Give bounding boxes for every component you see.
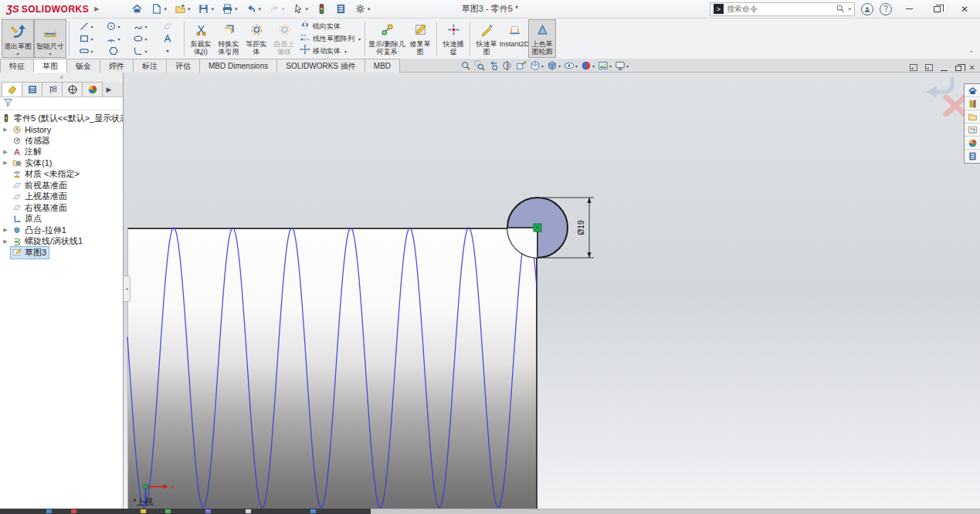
help-icon[interactable]: ? xyxy=(880,3,892,15)
tab-1[interactable]: 特征 xyxy=(0,59,34,73)
exit-sketch-button[interactable]: 退出草图 ▾ xyxy=(2,19,34,58)
mirror-entities-button[interactable]: 镜向实体 xyxy=(300,21,361,32)
expand-arrow-icon[interactable]: ▶ xyxy=(0,149,11,155)
panel-tab-feature-manager[interactable] xyxy=(2,82,22,96)
tab-9[interactable]: MBD xyxy=(365,59,400,73)
tree-item[interactable]: ▶凸台-拉伸1 xyxy=(0,225,123,236)
menu-expand-arrow-icon[interactable]: ▶ xyxy=(94,5,99,12)
expand-arrow-icon[interactable]: ▶ xyxy=(0,127,11,133)
tree-item[interactable]: 前视基准面 xyxy=(0,180,123,191)
apply-scene-icon[interactable]: ▾ xyxy=(598,60,612,71)
tree-item[interactable]: ▶实体(1) xyxy=(0,157,123,169)
edit-appearance-icon[interactable]: ▾ xyxy=(581,60,595,71)
view-settings-icon[interactable]: ▾ xyxy=(615,60,629,71)
repair-sketch-button[interactable]: 修复草图 xyxy=(406,19,434,58)
tab-4[interactable]: 焊件 xyxy=(100,59,134,73)
tree-item[interactable]: 原点 xyxy=(0,214,123,225)
tree-item[interactable]: 右视基准面 xyxy=(0,202,123,214)
undo-icon[interactable]: ▾ xyxy=(242,2,265,16)
tab-7[interactable]: MBD Dimensions xyxy=(199,59,277,73)
tree-item[interactable]: ▶注解 xyxy=(0,147,123,158)
tab-6[interactable]: 评估 xyxy=(166,59,200,73)
taskpane-tab-custom-properties[interactable] xyxy=(965,150,980,163)
panel-splitter[interactable] xyxy=(0,73,123,82)
rapid-sketch-button[interactable]: 快速草图 xyxy=(473,19,500,58)
taskpane-tab-solidworks-resources[interactable] xyxy=(965,84,980,97)
options-icon[interactable]: ▾ xyxy=(351,2,374,16)
tree-filter[interactable] xyxy=(0,97,123,110)
linear-pattern-button[interactable]: 线性草图阵列 ▾ xyxy=(300,33,361,45)
panel-tabs-overflow-icon[interactable]: ▶ xyxy=(102,82,116,96)
doc-window-icon[interactable] xyxy=(925,64,933,71)
print-icon[interactable]: ▾ xyxy=(219,2,241,16)
convert-entities-button[interactable]: 转换实体引用 ▾ xyxy=(215,19,242,58)
line-tool-icon[interactable]: ▾ xyxy=(73,20,100,32)
zoom-area-icon[interactable] xyxy=(474,60,485,71)
taskpane-tab-design-library[interactable] xyxy=(965,97,980,110)
smart-dimension-button[interactable]: 智能尺寸 ▾ xyxy=(34,19,66,58)
tree-item[interactable]: 材质 <未指定> xyxy=(0,169,123,181)
slot-tool-icon[interactable]: ▾ xyxy=(73,45,100,57)
rebuild-icon[interactable] xyxy=(313,2,331,16)
display-style-icon[interactable]: ▾ xyxy=(547,60,561,71)
command-search[interactable]: > ▾ xyxy=(710,2,855,16)
offset-entities-button[interactable]: 等距实体 xyxy=(242,19,270,58)
restore-button[interactable] xyxy=(926,2,948,17)
close-button[interactable]: ✕ xyxy=(954,2,975,17)
panel-tab-dimxpert-manager[interactable] xyxy=(62,82,83,96)
section-view-icon[interactable] xyxy=(502,60,513,71)
tree-item[interactable]: ▶螺旋线/涡状线1 xyxy=(0,236,123,248)
quick-snaps-button[interactable]: 快速捕捉 ▾ xyxy=(439,19,467,58)
ellipse-tool-icon[interactable]: ▾ xyxy=(127,32,154,45)
confirm-exit-sketch-icon[interactable] xyxy=(926,77,952,98)
doc-window-icon[interactable] xyxy=(910,64,917,71)
search-input[interactable] xyxy=(727,5,832,13)
minimize-button[interactable] xyxy=(898,2,920,17)
trim-entities-button[interactable]: 剪裁实体(I) ▾ xyxy=(187,19,215,58)
previous-view-icon[interactable] xyxy=(488,60,499,71)
circle-tool-icon[interactable]: ▾ xyxy=(100,20,127,32)
ribbon-collapse-icon[interactable]: ⌃ xyxy=(968,50,974,57)
expand-arrow-icon[interactable]: ▶ xyxy=(0,238,11,245)
tab-3[interactable]: 钣金 xyxy=(66,59,100,73)
select-icon[interactable]: ▾ xyxy=(290,2,312,16)
search-icon[interactable] xyxy=(836,2,845,16)
tab-5[interactable]: 标注 xyxy=(133,59,167,73)
text-tool-icon[interactable] xyxy=(154,32,181,45)
user-account-icon[interactable] xyxy=(861,3,873,15)
tab-2[interactable]: 草图 xyxy=(33,59,67,73)
panel-tab-property-manager[interactable] xyxy=(22,82,42,96)
save-icon[interactable]: ▾ xyxy=(195,2,217,16)
dynamic-annotation-icon[interactable] xyxy=(516,60,527,71)
panel-tab-display-manager[interactable] xyxy=(82,82,103,96)
view-orientation-icon[interactable]: ▾ xyxy=(530,60,544,71)
move-entities-button[interactable]: 移动实体 ▾ xyxy=(300,46,361,57)
task-list-icon[interactable] xyxy=(332,2,350,16)
tree-root-item[interactable]: 零件5 (默认<<默认>_显示状态 1>) xyxy=(0,113,123,124)
graphics-viewport[interactable]: Ø19 x *上视 xyxy=(124,73,980,509)
home-icon[interactable] xyxy=(128,2,146,16)
tab-8[interactable]: SOLIDWORKS 插件 xyxy=(276,59,365,73)
tree-item[interactable]: 传感器 xyxy=(0,135,123,147)
taskpane-tab-appearances-scenes[interactable] xyxy=(965,137,980,150)
taskpane-tab-file-explorer[interactable] xyxy=(965,110,980,123)
tree-item[interactable]: 上视基准面 xyxy=(0,191,123,203)
spline-tool-icon[interactable]: ▾ xyxy=(127,20,154,32)
expand-arrow-icon[interactable]: ▶ xyxy=(0,160,11,166)
tree-item[interactable]: 草图3 xyxy=(0,247,123,259)
doc-close-icon[interactable]: ✕ xyxy=(969,63,975,72)
fillet-tool-icon[interactable]: ▾ xyxy=(127,45,154,57)
search-dropdown-icon[interactable]: ▾ xyxy=(848,6,851,12)
point-tool-icon[interactable] xyxy=(154,45,181,57)
instant2d-button[interactable]: Instant2D xyxy=(500,19,528,58)
panel-tab-configuration-manager[interactable] xyxy=(42,82,63,96)
expand-arrow-icon[interactable]: ▶ xyxy=(0,227,11,233)
polygon-tool-icon[interactable] xyxy=(100,45,127,57)
shaded-sketch-contours-button[interactable]: 上色草图轮廓 xyxy=(528,19,556,58)
dimension-text[interactable]: Ø19 xyxy=(577,220,585,235)
sketch-circle[interactable] xyxy=(507,198,568,258)
rectangle-tool-icon[interactable]: ▾ xyxy=(73,32,100,45)
hide-show-items-icon[interactable]: ▾ xyxy=(564,60,578,71)
helix-curve[interactable] xyxy=(127,228,537,508)
display-relations-button[interactable]: 显示/删除几何关系 ▾ xyxy=(368,19,406,58)
